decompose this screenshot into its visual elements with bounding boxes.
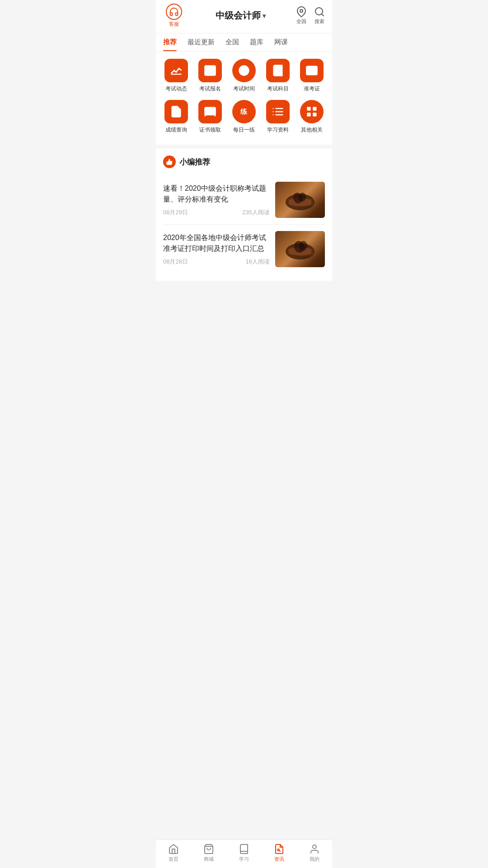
shop-icon — [203, 844, 214, 854]
news-title-1: 速看！2020中级会计职称考试题量、评分标准有变化 — [163, 183, 270, 205]
daily-practice-button[interactable]: 练 每日一练 — [230, 100, 258, 134]
nav-tabs: 推荐 最近更新 全国 题库 网课 — [156, 33, 332, 52]
study-material-label: 学习资料 — [267, 126, 289, 134]
others-button[interactable]: 其他相关 — [297, 100, 326, 134]
exam-register-icon-box — [198, 59, 222, 82]
tab-courses[interactable]: 网课 — [274, 33, 288, 51]
svg-point-5 — [209, 67, 212, 71]
customer-service-label: 客服 — [169, 21, 179, 28]
certificate-button[interactable]: 证书领取 — [196, 100, 225, 134]
chart-icon — [170, 64, 183, 77]
svg-line-35 — [280, 851, 281, 852]
exam-news-icon-box — [164, 59, 188, 82]
news-date-1: 08月29日 — [163, 208, 188, 217]
tab-recommend[interactable]: 推荐 — [163, 33, 177, 51]
svg-point-8 — [308, 69, 311, 72]
exam-subject-icon-box — [266, 59, 290, 82]
app-title-text: 中级会计师 — [216, 9, 261, 22]
svg-point-34 — [277, 849, 279, 851]
nav-study-label: 学习 — [239, 856, 249, 863]
tab-national[interactable]: 全国 — [225, 33, 239, 51]
thumb-up-svg — [166, 158, 173, 165]
tab-recent[interactable]: 最近更新 — [188, 33, 215, 51]
icon-row-2: 成绩查询 证书领取 练 每日一练 — [160, 100, 328, 134]
admission-button[interactable]: 准考证 — [297, 59, 326, 93]
news-reads-1: 235人阅读 — [242, 208, 270, 217]
daily-practice-label: 每日一练 — [233, 126, 255, 134]
certificate-label: 证书领取 — [199, 126, 221, 134]
study-material-icon-box — [266, 100, 290, 123]
book-image-svg-1 — [282, 186, 318, 213]
search-button[interactable]: 搜索 — [314, 6, 325, 25]
clock-icon — [238, 64, 250, 77]
nav-mine-label: 我的 — [310, 856, 319, 863]
search-icon — [314, 6, 325, 17]
tab-questions[interactable]: 题库 — [250, 33, 263, 51]
location-icon — [296, 6, 307, 17]
svg-line-2 — [322, 14, 324, 16]
nav-home[interactable]: 首页 — [160, 844, 187, 863]
svg-point-36 — [313, 845, 316, 849]
news-item-2[interactable]: 2020年全国各地中级会计师考试准考证打印时间及打印入口汇总 08月28日 16… — [163, 225, 325, 274]
nav-shop[interactable]: 商城 — [195, 844, 222, 863]
svg-point-0 — [300, 9, 303, 12]
others-icon-box — [300, 100, 324, 123]
section-header: 小编推荐 — [163, 156, 325, 168]
section-title: 小编推荐 — [179, 157, 210, 167]
search-doc-icon — [170, 105, 183, 118]
practice-icon: 练 — [238, 106, 250, 118]
daily-practice-icon-box: 练 — [232, 100, 256, 123]
book-icon — [272, 64, 284, 77]
customer-service-button[interactable]: 客服 — [163, 4, 185, 28]
news-content-1: 速看！2020中级会计职称考试题量、评分标准有变化 08月29日 235人阅读 — [163, 183, 270, 217]
score-query-icon-box — [164, 100, 188, 123]
exam-subject-button[interactable]: 考试科目 — [263, 59, 292, 93]
news-date-2: 08月28日 — [163, 258, 188, 266]
section-divider — [156, 145, 332, 148]
nav-home-label: 首页 — [169, 856, 178, 863]
news-title-2: 2020年全国各地中级会计师考试准考证打印时间及打印入口汇总 — [163, 232, 270, 254]
nav-mine[interactable]: 我的 — [301, 844, 328, 863]
person-icon — [204, 64, 216, 77]
id-card-icon — [305, 64, 318, 77]
certificate-icon — [204, 105, 216, 118]
news-image-2 — [275, 231, 325, 267]
exam-time-button[interactable]: 考试时间 — [230, 59, 258, 93]
exam-register-button[interactable]: 考试报名 — [196, 59, 225, 93]
exam-news-button[interactable]: 考试动态 — [162, 59, 191, 93]
svg-line-12 — [177, 113, 178, 114]
svg-rect-25 — [307, 113, 310, 116]
nav-news-label: 资讯 — [274, 856, 284, 863]
headset-icon — [166, 4, 182, 20]
profile-icon — [309, 844, 320, 854]
news-item-1[interactable]: 速看！2020中级会计职称考试题量、评分标准有变化 08月29日 235人阅读 — [163, 175, 325, 225]
svg-rect-23 — [307, 107, 310, 111]
recommendation-section: 小编推荐 速看！2020中级会计职称考试题量、评分标准有变化 08月29日 23… — [156, 148, 332, 281]
study-material-button[interactable]: 学习资料 — [263, 100, 292, 134]
search-label: 搜索 — [314, 18, 324, 25]
header: 客服 中级会计师 ▾ 全国 搜索 — [156, 0, 332, 33]
exam-time-label: 考试时间 — [233, 85, 255, 93]
news-icon — [274, 844, 285, 854]
score-query-label: 成绩查询 — [165, 126, 187, 134]
location-label: 全国 — [296, 18, 306, 25]
app-title-button[interactable]: 中级会计师 ▾ — [216, 9, 266, 22]
study-icon — [239, 844, 249, 854]
news-meta-2: 08月28日 16人阅读 — [163, 258, 270, 266]
certificate-icon-box — [198, 100, 222, 123]
icon-grid: 考试动态 考试报名 考试时间 — [156, 52, 332, 145]
nav-news[interactable]: 资讯 — [266, 844, 293, 863]
location-button[interactable]: 全国 — [296, 6, 307, 25]
news-image-1 — [275, 182, 325, 218]
admission-label: 准考证 — [304, 85, 320, 93]
exam-time-icon-box — [232, 59, 256, 82]
exam-register-label: 考试报名 — [199, 85, 221, 93]
score-query-button[interactable]: 成绩查询 — [162, 100, 191, 134]
title-dropdown-arrow: ▾ — [263, 12, 266, 19]
header-actions: 全国 搜索 — [296, 6, 325, 25]
admission-icon-box — [300, 59, 324, 82]
exam-subject-label: 考试科目 — [267, 85, 289, 93]
news-reads-2: 16人阅读 — [246, 258, 270, 266]
news-meta-1: 08月29日 235人阅读 — [163, 208, 270, 217]
nav-study[interactable]: 学习 — [230, 844, 258, 863]
